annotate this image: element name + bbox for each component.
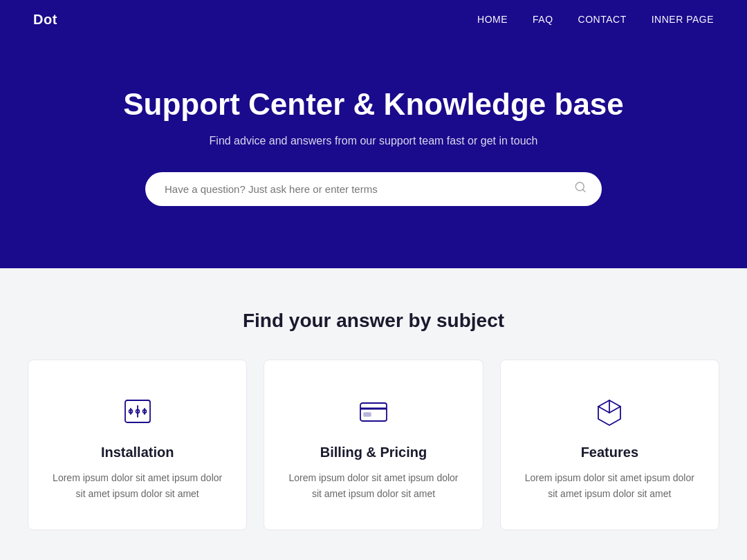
card-billing-title: Billing & Pricing — [286, 445, 460, 460]
subject-section: Find your answer by subject Installation… — [0, 268, 747, 560]
card-features-desc: Lorem ipsum dolor sit amet ipsum dolor s… — [523, 470, 697, 502]
nav-home[interactable]: HOME — [477, 14, 508, 25]
nav-contact[interactable]: CONTACT — [578, 14, 627, 25]
navbar: Dot HOME FAQ CONTACT INNER PAGE — [0, 0, 747, 39]
sliders-icon — [120, 393, 156, 429]
card-features-title: Features — [523, 445, 697, 460]
installation-icon-wrapper — [50, 393, 224, 429]
credit-card-icon — [356, 393, 391, 429]
search-bar-wrapper — [145, 172, 602, 206]
search-input[interactable] — [145, 172, 602, 206]
box-icon — [591, 393, 627, 429]
svg-line-15 — [609, 407, 620, 413]
subject-section-title: Find your answer by subject — [28, 310, 719, 332]
features-icon-wrapper — [523, 393, 697, 429]
hero-subtitle: Find advice and answers from our support… — [28, 135, 719, 147]
svg-rect-9 — [360, 403, 387, 421]
hero-section: Support Center & Knowledge base Find adv… — [0, 39, 747, 268]
nav-inner-page[interactable]: INNER PAGE — [652, 14, 714, 25]
billing-icon-wrapper — [286, 393, 460, 429]
card-billing[interactable]: Billing & Pricing Lorem ipsum dolor sit … — [264, 360, 483, 530]
card-installation-desc: Lorem ipsum dolor sit amet ipsum dolor s… — [50, 470, 224, 502]
card-billing-desc: Lorem ipsum dolor sit amet ipsum dolor s… — [286, 470, 460, 502]
navbar-links: HOME FAQ CONTACT INNER PAGE — [477, 13, 714, 26]
navbar-logo[interactable]: Dot — [33, 12, 57, 28]
svg-rect-11 — [364, 413, 371, 416]
card-features[interactable]: Features Lorem ipsum dolor sit amet ipsu… — [500, 360, 719, 530]
nav-faq[interactable]: FAQ — [533, 14, 553, 25]
cards-grid: Installation Lorem ipsum dolor sit amet … — [28, 360, 719, 530]
card-installation[interactable]: Installation Lorem ipsum dolor sit amet … — [28, 360, 247, 530]
hero-title: Support Center & Knowledge base — [28, 87, 719, 122]
svg-line-14 — [598, 407, 609, 413]
card-installation-title: Installation — [50, 445, 224, 460]
